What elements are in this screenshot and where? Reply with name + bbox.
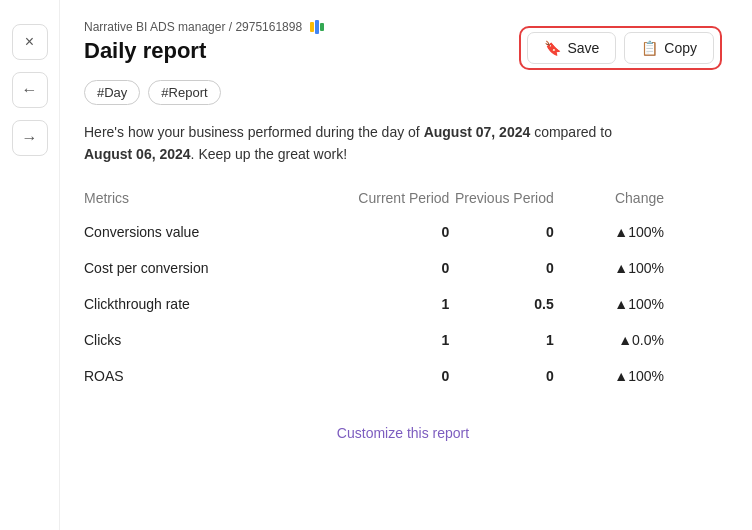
cell-previous: 0 [449, 250, 553, 286]
table-row: Conversions value00▲100% [84, 214, 664, 250]
tag: #Report [148, 80, 220, 105]
cell-change: ▲100% [554, 214, 664, 250]
cell-change: ▲100% [554, 358, 664, 394]
copy-icon: 📋 [641, 40, 658, 56]
desc-date-current: August 07, 2024 [424, 124, 531, 140]
save-button[interactable]: 🔖 Save [527, 32, 616, 64]
cell-change: ▲100% [554, 250, 664, 286]
cell-previous: 0 [449, 358, 553, 394]
cell-previous: 1 [449, 322, 553, 358]
close-icon: × [25, 33, 34, 51]
customize-link[interactable]: Customize this report [337, 425, 469, 441]
sidebar: × ← → [0, 0, 60, 530]
col-header-previous: Previous Period [449, 186, 553, 214]
cell-current: 1 [345, 322, 449, 358]
col-header-current: Current Period [345, 186, 449, 214]
table-row: Clickthrough rate10.5▲100% [84, 286, 664, 322]
breadcrumb: Narrative BI ADS manager / 2975161898 [84, 20, 324, 34]
desc-text-after: . Keep up the great work! [191, 146, 347, 162]
table-body: Conversions value00▲100%Cost per convers… [84, 214, 664, 394]
cell-current: 0 [345, 214, 449, 250]
google-ads-icon [310, 20, 324, 34]
table-header-row: Metrics Current Period Previous Period C… [84, 186, 664, 214]
col-header-metrics: Metrics [84, 186, 345, 214]
bookmark-icon: 🔖 [544, 40, 561, 56]
cell-current: 0 [345, 250, 449, 286]
customize-link-area: Customize this report [84, 424, 722, 442]
desc-date-previous: August 06, 2024 [84, 146, 191, 162]
desc-text-before: Here's how your business performed durin… [84, 124, 424, 140]
description: Here's how your business performed durin… [84, 121, 644, 166]
table-header: Metrics Current Period Previous Period C… [84, 186, 664, 214]
save-label: Save [567, 40, 599, 56]
tags-area: #Day#Report [84, 80, 722, 105]
page-title: Daily report [84, 38, 324, 64]
cell-metric: Clickthrough rate [84, 286, 345, 322]
header-row: Narrative BI ADS manager / 2975161898 Da… [84, 20, 722, 70]
back-button[interactable]: ← [12, 72, 48, 108]
col-header-change: Change [554, 186, 664, 214]
forward-icon: → [22, 129, 38, 147]
cell-metric: Conversions value [84, 214, 345, 250]
cell-previous: 0 [449, 214, 553, 250]
cell-previous: 0.5 [449, 286, 553, 322]
cell-change: ▲100% [554, 286, 664, 322]
tag: #Day [84, 80, 140, 105]
table-row: ROAS00▲100% [84, 358, 664, 394]
cell-current: 0 [345, 358, 449, 394]
close-button[interactable]: × [12, 24, 48, 60]
main-content: Narrative BI ADS manager / 2975161898 Da… [60, 0, 752, 530]
cell-metric: Clicks [84, 322, 345, 358]
cell-current: 1 [345, 286, 449, 322]
action-buttons-container: 🔖 Save 📋 Copy [519, 26, 722, 70]
table-row: Clicks11▲0.0% [84, 322, 664, 358]
forward-button[interactable]: → [12, 120, 48, 156]
cell-change: ▲0.0% [554, 322, 664, 358]
breadcrumb-text: Narrative BI ADS manager / 2975161898 [84, 20, 302, 34]
copy-label: Copy [664, 40, 697, 56]
title-area: Narrative BI ADS manager / 2975161898 Da… [84, 20, 324, 64]
table-row: Cost per conversion00▲100% [84, 250, 664, 286]
cell-metric: Cost per conversion [84, 250, 345, 286]
back-icon: ← [22, 81, 38, 99]
cell-metric: ROAS [84, 358, 345, 394]
metrics-table: Metrics Current Period Previous Period C… [84, 186, 664, 394]
desc-text-middle: compared to [530, 124, 612, 140]
copy-button[interactable]: 📋 Copy [624, 32, 714, 64]
